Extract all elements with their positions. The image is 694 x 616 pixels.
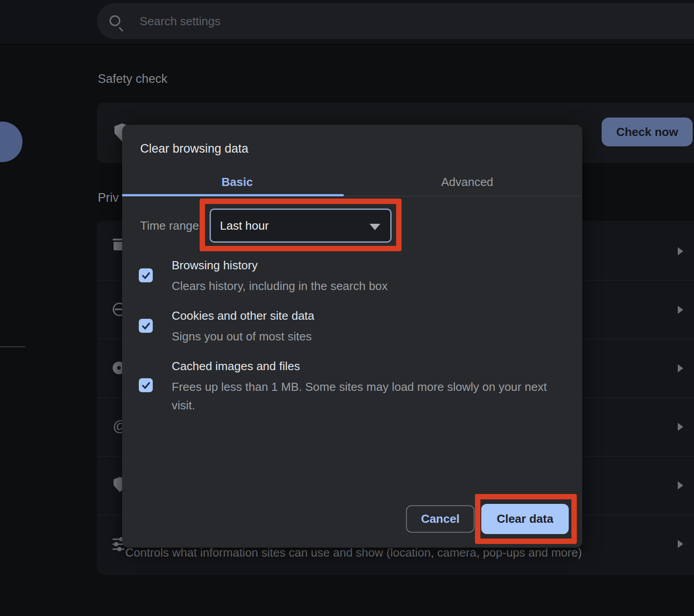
- chrome-settings-page: Search settings Safety check Check now P…: [0, 0, 694, 616]
- clear-browsing-data-dialog: Clear browsing data Basic Advanced Time …: [122, 125, 582, 548]
- option-title: Cookies and other site data: [172, 309, 315, 323]
- search-icon: [110, 15, 120, 26]
- chevron-right-icon[interactable]: [678, 306, 683, 314]
- site-settings-subtitle: Controls what information sites can use …: [125, 546, 582, 560]
- option-title: Browsing history: [172, 258, 258, 272]
- option-description: Frees up less than 1 MB. Some sites may …: [172, 378, 568, 415]
- nav-highlight-circle: [0, 122, 23, 162]
- annotation-box-clear-data: [475, 494, 577, 544]
- chevron-right-icon[interactable]: [678, 247, 683, 255]
- check-now-button[interactable]: Check now: [602, 118, 693, 146]
- chevron-right-icon[interactable]: [678, 423, 683, 431]
- chevron-right-icon[interactable]: [678, 364, 683, 372]
- checkmark-icon: [141, 380, 151, 390]
- privacy-heading-partial: Priv: [98, 191, 119, 205]
- option-description: Clears history, including in the search …: [172, 277, 568, 295]
- tab-basic[interactable]: Basic: [122, 169, 352, 195]
- checkmark-icon: [141, 271, 151, 281]
- checkmark-icon: [141, 321, 151, 331]
- search-input[interactable]: Search settings: [97, 3, 694, 39]
- chevron-right-icon[interactable]: [678, 540, 683, 548]
- safety-check-heading: Safety check: [98, 72, 168, 86]
- option-description: Signs you out of most sites: [172, 327, 568, 346]
- cached-images-checkbox[interactable]: [139, 378, 153, 392]
- dialog-title: Clear browsing data: [140, 142, 248, 156]
- dialog-tabs: Basic Advanced: [122, 169, 582, 195]
- cancel-button[interactable]: Cancel: [406, 505, 475, 533]
- time-range-label: Time range: [140, 208, 199, 243]
- tab-advanced[interactable]: Advanced: [352, 169, 583, 195]
- browsing-history-checkbox[interactable]: [139, 268, 153, 282]
- annotation-box-time-range: [200, 199, 402, 251]
- cookies-checkbox[interactable]: [139, 319, 153, 333]
- option-title: Cached images and files: [172, 359, 300, 373]
- chevron-right-icon[interactable]: [678, 481, 683, 489]
- settings-header: Search settings: [0, 0, 694, 45]
- search-placeholder: Search settings: [140, 3, 220, 39]
- sidebar-divider: [0, 346, 25, 347]
- active-tab-underline: [122, 194, 344, 196]
